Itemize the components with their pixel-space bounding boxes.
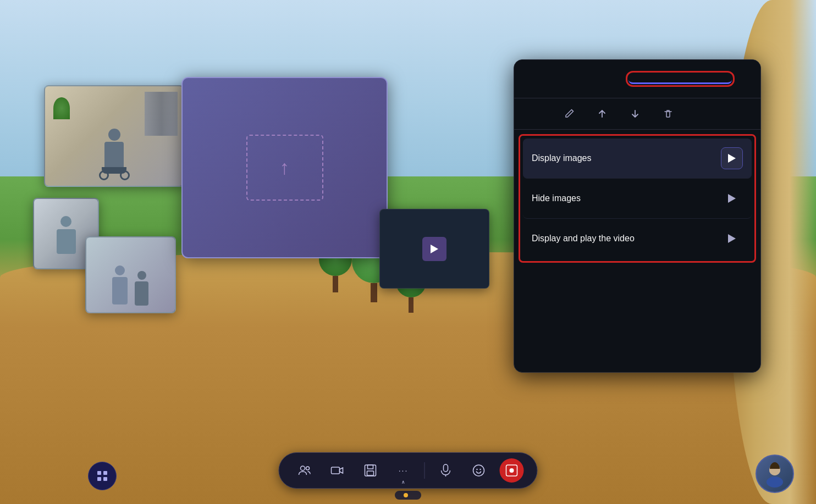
- action-item-hide-images[interactable]: Hide images: [523, 179, 752, 219]
- panel-header: [514, 60, 760, 98]
- play-display-play-video-button[interactable]: [721, 228, 743, 250]
- edit-icon: [564, 108, 575, 119]
- meeting-label: [395, 491, 421, 500]
- upload-panel: ↑: [181, 77, 388, 258]
- delete-icon: [663, 108, 674, 119]
- taskbar-emoji-button[interactable]: [467, 458, 491, 483]
- video-panel: [379, 209, 489, 289]
- svg-rect-0: [97, 471, 101, 475]
- svg-rect-8: [368, 465, 373, 469]
- grid-icon-container[interactable]: [88, 462, 117, 490]
- taskbar-mic-button[interactable]: [434, 458, 458, 483]
- action-item-display-images[interactable]: Display images: [523, 139, 752, 179]
- tab-controls[interactable]: [525, 75, 628, 84]
- taskbar-video-button[interactable]: [326, 458, 350, 483]
- edit-button[interactable]: [560, 105, 578, 123]
- photo-1-content: [45, 86, 183, 186]
- action-label-hide-images: Hide images: [532, 193, 721, 203]
- action-list: Display images Hide images Display and p…: [519, 134, 756, 263]
- delete-button[interactable]: [659, 105, 677, 123]
- svg-rect-7: [365, 465, 376, 476]
- people-icon: [297, 463, 312, 478]
- action-item-display-play-video[interactable]: Display and play the video: [523, 219, 752, 258]
- video-play-button[interactable]: [422, 237, 446, 261]
- play-display-images-button[interactable]: [721, 147, 743, 169]
- meeting-status-dot: [404, 493, 408, 497]
- taskbar-divider: [424, 462, 425, 479]
- play-icon-display-images: [728, 154, 736, 163]
- upload-dashed-box: ↑: [246, 135, 323, 201]
- photo-3-content: [86, 237, 175, 312]
- svg-rect-1: [103, 471, 107, 475]
- svg-point-18: [767, 477, 783, 488]
- move-up-icon: [597, 108, 608, 119]
- play-triangle-icon: [431, 245, 438, 253]
- svg-rect-3: [103, 477, 107, 481]
- right-panel: Display images Hide images Display and p…: [514, 59, 761, 373]
- svg-rect-6: [332, 467, 340, 474]
- taskbar-action-button[interactable]: [500, 458, 524, 483]
- svg-point-5: [306, 467, 310, 470]
- taskbar: ··· ∧: [279, 452, 538, 489]
- mic-icon: [439, 463, 453, 478]
- svg-point-14: [479, 469, 481, 470]
- emoji-icon: [472, 463, 486, 478]
- save-icon: [363, 463, 378, 478]
- camera-icon: [330, 463, 345, 478]
- play-icon-hide-images: [728, 194, 736, 203]
- svg-rect-2: [97, 477, 101, 481]
- taskbar-people-button[interactable]: [293, 458, 317, 483]
- svg-point-12: [473, 465, 484, 476]
- user-avatar[interactable]: [756, 455, 794, 493]
- avatar-image: [760, 459, 790, 489]
- grid-icon: [96, 469, 109, 483]
- svg-rect-10: [444, 464, 448, 472]
- close-button[interactable]: [732, 70, 749, 88]
- grid-button-left[interactable]: [88, 462, 117, 490]
- svg-point-13: [476, 469, 477, 470]
- play-icon-display-play-video: [728, 234, 736, 243]
- svg-point-16: [510, 468, 514, 473]
- svg-point-4: [301, 466, 305, 470]
- taskbar-more-button[interactable]: ··· ∧: [392, 458, 416, 483]
- panel-toolbar: [514, 98, 760, 130]
- tab-action-groups[interactable]: [628, 74, 732, 84]
- upload-arrow-icon: ↑: [280, 156, 290, 179]
- action-label-display-images: Display images: [532, 153, 721, 163]
- play-hide-images-button[interactable]: [721, 187, 743, 209]
- taskbar-save-button[interactable]: [359, 458, 383, 483]
- move-up-button[interactable]: [593, 105, 611, 123]
- photo-panel-1: [44, 85, 184, 187]
- action-icon: [505, 463, 519, 478]
- action-label-display-play-video: Display and play the video: [532, 234, 721, 243]
- move-down-button[interactable]: [626, 105, 644, 123]
- move-down-icon: [630, 108, 641, 119]
- photo-panel-3: [85, 236, 176, 313]
- add-button[interactable]: [527, 105, 545, 123]
- svg-rect-9: [367, 471, 374, 475]
